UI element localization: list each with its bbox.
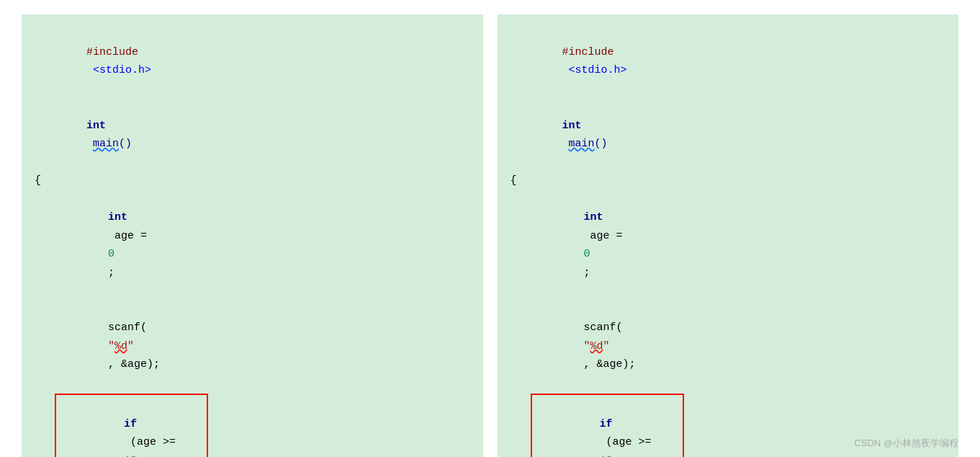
code-line-1: #include <stdio.h> (35, 25, 470, 98)
r-code-line-3: { (511, 172, 946, 190)
code-line-4: int age = 0 ; (56, 190, 470, 301)
r-if-block-highlight: if (age >= 18 ) printf( "成年了\n" ); (531, 394, 684, 457)
fn-main: main() (86, 138, 132, 150)
code-line-3: { (35, 172, 470, 190)
left-code-block: #include <stdio.h> int main() { int age … (22, 14, 483, 457)
right-panel: #include <stdio.h> int main() { int age … (498, 14, 959, 457)
r-code-line-5: scanf( "%d" , &age); (532, 301, 946, 393)
code-line-5: scanf( "%d" , &age); (56, 301, 470, 393)
r-code-line-2: int main() (511, 98, 946, 172)
r-code-line-6: if (age >= 18 ) (535, 396, 680, 457)
code-line-2: int main() (35, 98, 470, 172)
main-container: #include <stdio.h> int main() { int age … (7, 7, 973, 457)
right-code-block: #include <stdio.h> int main() { int age … (498, 14, 959, 457)
left-panel: #include <stdio.h> int main() { int age … (22, 14, 483, 457)
include-keyword: #include (86, 46, 138, 58)
include-file: <stdio.h> (86, 64, 151, 76)
r-code-line-4: int age = 0 ; (532, 190, 946, 301)
kw-int: int (86, 120, 106, 132)
if-block-highlight: if (age >= 18 ) printf( "成年了\n" ); (55, 394, 208, 457)
watermark: CSDN @小林熬夜学编程 (854, 437, 958, 450)
r-code-line-1: #include <stdio.h> (511, 25, 946, 98)
code-line-6: if (age >= 18 ) (59, 396, 204, 457)
